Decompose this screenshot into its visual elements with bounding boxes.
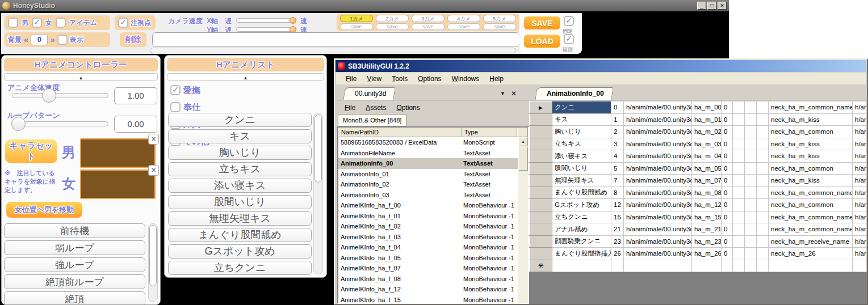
grid-cell-number[interactable]: 0 <box>611 101 624 114</box>
grid-cell-zero[interactable]: 0 <box>722 248 733 260</box>
grid-cell-file[interactable]: ha_m_12 <box>692 199 722 211</box>
secondary-input[interactable] <box>150 48 516 53</box>
grid-cell-number[interactable]: 23 <box>611 235 624 248</box>
male-checkbox[interactable] <box>8 18 18 28</box>
grid-cell-empty[interactable] <box>745 235 757 248</box>
grid-cell-number[interactable]: 21 <box>611 223 624 236</box>
asset-row[interactable]: AnimeIKInfo_ha_f_01 MonoBehaviour -1 <box>338 211 518 222</box>
grid-cell-name[interactable]: 添い寝キス <box>552 150 611 163</box>
grid-cell-name[interactable]: まんぐり股間舐め <box>552 187 611 199</box>
grid-cell-name[interactable]: 立ちキス <box>552 138 611 150</box>
tab-00-unity3d[interactable]: 00.unity3d <box>343 87 395 100</box>
sb3utility-titlebar[interactable]: SB3UtilityGUI 1.2.2 <box>336 60 866 72</box>
grid-cell-file[interactable]: ha_m_02 <box>692 126 722 138</box>
grid-cell-file[interactable]: ha_m_23 <box>692 235 722 248</box>
menu-assets[interactable]: Assets <box>360 103 391 113</box>
asset-row[interactable]: AnimeIKInfo_ha_f_05 MonoBehaviour -1 <box>338 253 518 264</box>
grid-cell-tail[interactable]: h/anim. <box>853 235 867 248</box>
grid-cell-empty[interactable] <box>757 199 769 211</box>
grid-cell-name[interactable]: Gスポット攻め <box>552 199 611 211</box>
grid-cell-empty[interactable] <box>745 199 757 211</box>
anime-list-collapse-bar[interactable] <box>167 73 324 81</box>
grid-cell-name[interactable]: 顔面騎乗クンニ <box>552 235 611 248</box>
tab-close-icon[interactable] <box>511 90 517 98</box>
grid-cell-path[interactable]: h/anim/male/00.unity3d <box>624 150 692 163</box>
list-item-button[interactable]: Gスポット攻め <box>168 244 312 259</box>
grid-cell-empty[interactable] <box>745 223 757 236</box>
grid-cell-empty[interactable] <box>745 187 757 199</box>
grid-cell-neck[interactable]: neck_ha_m_kiss <box>769 175 853 187</box>
background-number[interactable]: 0 <box>31 34 48 45</box>
asset-row[interactable]: AnimeIKInfo_ha_f_00 MonoBehaviour -1 <box>338 200 518 211</box>
grid-cell-empty[interactable] <box>745 138 757 150</box>
grid-row-header[interactable] <box>530 126 552 138</box>
filter-checkbox[interactable] <box>170 102 181 112</box>
menu-help[interactable]: Help <box>484 74 509 84</box>
grid-cell-empty[interactable] <box>757 126 769 138</box>
grid-cell-zero[interactable]: 0 <box>722 235 733 248</box>
list-item-button[interactable]: 前待機 <box>4 223 145 238</box>
grid-cell-zero[interactable]: 0 <box>722 113 733 126</box>
grid-cell-tail[interactable]: h/anim. <box>853 138 867 150</box>
grid-cell-empty[interactable] <box>745 101 757 114</box>
female-character-slot[interactable] <box>80 170 156 199</box>
grid-cell-number[interactable]: 4 <box>611 150 624 163</box>
list-item-button[interactable]: 無理矢理キス <box>168 211 312 226</box>
grid-cell-file[interactable]: ha_m_03 <box>692 138 722 150</box>
grid-cell-tail[interactable]: h/anim. <box>853 187 867 199</box>
female-checkbox[interactable] <box>32 18 42 28</box>
grid-cell-number[interactable]: 12 <box>611 199 624 211</box>
grid-cell-empty[interactable] <box>733 150 745 163</box>
grid-cell-empty[interactable] <box>733 101 745 114</box>
category-filter[interactable]: 愛撫 <box>170 82 255 99</box>
grid-cell-path[interactable]: h/anim/male/00.unity3d <box>624 187 692 199</box>
grid-cell-file[interactable] <box>692 260 722 272</box>
grid-cell-file[interactable]: ha_m_26 <box>692 248 722 260</box>
grid-cell-empty[interactable] <box>757 223 769 236</box>
grid-cell-zero[interactable]: 0 <box>722 199 733 211</box>
anim-speed-value[interactable]: 1.00 <box>114 87 157 104</box>
grid-cell-name[interactable]: 無理矢理キス <box>552 175 611 187</box>
grid-row-header[interactable] <box>530 248 552 260</box>
grid-cell-empty[interactable] <box>745 248 757 260</box>
asset-list-scrollbar[interactable] <box>518 137 528 303</box>
grid-cell-path[interactable]: h/anim/male/00.unity3d <box>624 162 692 175</box>
asset-row[interactable]: AnimeIKInfo_ha_f_04 MonoBehaviour -1 <box>338 242 518 253</box>
grid-cell-empty[interactable] <box>733 138 745 150</box>
grid-row[interactable] <box>530 260 867 272</box>
menu-view[interactable]: View <box>362 74 387 84</box>
text-input[interactable] <box>152 32 520 47</box>
grid-cell-neck[interactable]: neck_ha_m_common <box>769 126 853 138</box>
asset-row[interactable]: AnimationFileName TextAsset <box>338 148 518 159</box>
fixed-checkbox[interactable] <box>564 16 574 26</box>
camera-button[interactable]: 4カメ <box>447 15 480 22</box>
menu-options[interactable]: Options <box>391 103 425 113</box>
delete-button[interactable]: 削除 <box>120 32 146 47</box>
grid-cell-number[interactable]: 3 <box>611 138 624 150</box>
loop-pattern-slider[interactable] <box>12 121 108 126</box>
anim-speed-slider[interactable] <box>12 93 108 98</box>
grid-row[interactable]: 顔面騎乗クンニ 23 h/anim/male/00.unity3d ha_m_2… <box>530 235 867 248</box>
list-item-button[interactable]: まんぐり股間舐め <box>168 228 312 242</box>
camera-speed-x-slider[interactable] <box>236 18 296 23</box>
grid-cell-neck[interactable]: neck_ha_m_kiss <box>769 150 853 163</box>
filter-checkbox[interactable] <box>170 85 181 95</box>
grid-cell-empty[interactable] <box>745 211 757 223</box>
grid-cell-path[interactable]: h/anim/male/00.unity3d <box>624 223 692 236</box>
anime-list-scrollbar[interactable] <box>313 113 323 274</box>
slider-thumb[interactable] <box>290 17 296 24</box>
list-item-button[interactable]: 強ループ <box>4 257 145 272</box>
charset-button[interactable]: キャラセット <box>5 139 57 163</box>
asset-row[interactable]: AnimationInfo_03 TextAsset <box>338 190 518 201</box>
loop-pattern-value[interactable]: 0.00 <box>114 116 157 133</box>
asset-row[interactable]: AnimeIKInfo_ha_f_03 MonoBehaviour -1 <box>338 232 518 243</box>
grid-cell-tail[interactable]: h/anim. <box>853 126 867 138</box>
grid-cell-zero[interactable]: 0 <box>722 150 733 163</box>
grid-row-header[interactable] <box>530 235 552 248</box>
grid-cell-empty[interactable] <box>733 187 745 199</box>
grid-cell-file[interactable]: ha_m_08 <box>692 187 722 199</box>
show-checkbox[interactable] <box>57 35 68 45</box>
grid-cell-file[interactable]: ha_m_00 <box>692 101 722 114</box>
list-item-button[interactable]: 弱ループ <box>4 240 145 255</box>
grid-cell-number[interactable]: 1 <box>611 113 624 126</box>
